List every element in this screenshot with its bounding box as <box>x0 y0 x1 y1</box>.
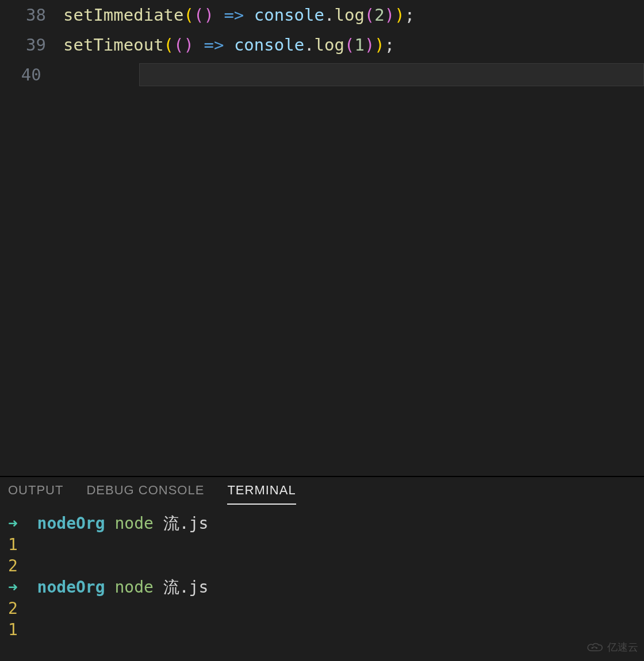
prompt-context: nodeOrg <box>37 578 105 597</box>
bottom-panel: OUTPUTDEBUG CONSOLETERMINAL ➜ nodeOrg no… <box>0 477 644 661</box>
terminal-line: 2 <box>8 598 636 619</box>
terminal-line: 1 <box>8 534 636 555</box>
prompt-argument: 流.js <box>163 514 209 533</box>
watermark-text: 亿速云 <box>607 640 638 654</box>
terminal-output: 2 <box>8 556 18 575</box>
watermark: 亿速云 <box>586 640 638 654</box>
line-number: 39 <box>0 35 63 55</box>
current-line-highlight[interactable] <box>139 63 644 86</box>
line-content[interactable]: setTimeout(() => console.log(1)); <box>63 35 394 55</box>
terminal-line: 1 <box>8 619 636 640</box>
terminal-output: 2 <box>8 599 18 618</box>
terminal-body[interactable]: ➜ nodeOrg node 流.js12➜ nodeOrg node 流.js… <box>0 508 644 661</box>
code-line[interactable]: 39setTimeout(() => console.log(1)); <box>0 30 644 60</box>
terminal-output: 1 <box>8 620 18 639</box>
code-line[interactable]: 38setImmediate(() => console.log(2)); <box>0 0 644 30</box>
prompt-arrow-icon: ➜ <box>8 514 37 533</box>
tab-output[interactable]: OUTPUT <box>8 483 63 505</box>
terminal-line: ➜ nodeOrg node 流.js <box>8 577 636 598</box>
prompt-command: node <box>114 578 153 597</box>
prompt-context: nodeOrg <box>37 514 105 533</box>
prompt-arrow-icon: ➜ <box>8 578 37 597</box>
line-content[interactable]: setImmediate(() => console.log(2)); <box>63 5 415 25</box>
terminal-output: 1 <box>8 535 18 554</box>
editor-pane[interactable]: 38setImmediate(() => console.log(2));39s… <box>0 0 644 476</box>
prompt-command: node <box>114 514 153 533</box>
terminal-line: 2 <box>8 555 636 577</box>
line-number: 38 <box>0 5 63 25</box>
watermark-logo-icon <box>586 642 604 652</box>
panel-tabs: OUTPUTDEBUG CONSOLETERMINAL <box>0 477 644 508</box>
tab-terminal[interactable]: TERMINAL <box>227 483 296 505</box>
prompt-argument: 流.js <box>163 578 209 597</box>
terminal-line: ➜ nodeOrg node 流.js <box>8 513 636 534</box>
line-number: 40 <box>0 65 59 84</box>
tab-debug-console[interactable]: DEBUG CONSOLE <box>86 483 204 505</box>
